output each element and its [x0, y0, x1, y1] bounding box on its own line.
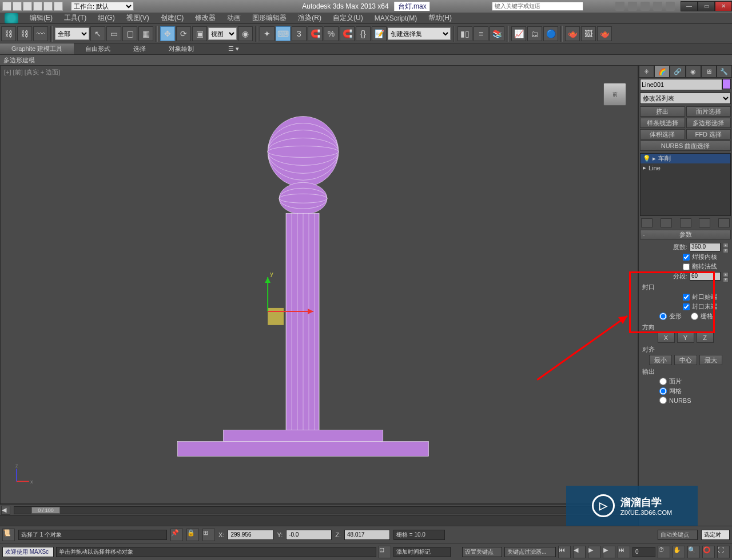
tab-paint[interactable]: 对象绘制 — [157, 43, 205, 54]
tab-create-icon[interactable]: ✳ — [639, 65, 654, 78]
menu-create[interactable]: 创建(C) — [155, 12, 190, 24]
select-icon[interactable]: ↖ — [90, 26, 105, 41]
snap-toggle-icon[interactable]: 3 — [292, 26, 307, 41]
tab-graphite[interactable]: Graphite 建模工具 — [0, 43, 74, 54]
percent-snap-icon[interactable]: % — [324, 26, 339, 41]
select-name-icon[interactable]: ▭ — [106, 26, 121, 41]
menu-render[interactable]: 渲染(R) — [292, 12, 327, 24]
menu-help[interactable]: 帮助(H) — [423, 12, 458, 24]
search-input[interactable]: 键入关键字或短语 — [492, 2, 583, 11]
select-rect-icon[interactable]: ▢ — [122, 26, 137, 41]
btn-spline-select[interactable]: 样条线选择 — [640, 118, 685, 128]
help-icon[interactable] — [666, 2, 675, 11]
tab-hierarchy-icon[interactable]: 🔗 — [670, 65, 685, 78]
nav-zoom-icon[interactable]: 🔍 — [687, 546, 700, 558]
rotate-icon[interactable]: ⟳ — [176, 26, 191, 41]
play-start-icon[interactable]: ⏮ — [558, 546, 571, 558]
keyfilter-button[interactable]: 关键点过滤器... — [504, 547, 556, 557]
morph-radio[interactable] — [659, 313, 667, 320]
menu-maxscript[interactable]: MAXScript(M) — [369, 13, 423, 23]
object-color-swatch[interactable] — [722, 79, 731, 89]
modifier-list-dropdown[interactable]: 修改器列表 — [640, 93, 731, 104]
open-icon[interactable] — [13, 2, 22, 11]
grid-radio[interactable] — [691, 313, 698, 320]
manipulate-icon[interactable]: ✦ — [260, 26, 274, 41]
render-icon[interactable]: 🫖 — [597, 26, 612, 41]
segments-spinner[interactable]: 60 — [690, 272, 721, 281]
menu-edit[interactable]: 编辑(E) — [24, 12, 58, 24]
segments-spin-arrows[interactable]: ▲▼ — [723, 272, 729, 281]
close-button[interactable]: ✕ — [715, 1, 732, 11]
render-frame-icon[interactable]: 🖼 — [581, 26, 596, 41]
undo-link-icon[interactable]: ⛓ — [1, 26, 16, 41]
workspace-dropdown[interactable]: 工作台: 默认 — [71, 2, 134, 11]
edit-named-sel-icon[interactable]: {} — [356, 26, 371, 41]
isolate-icon[interactable]: ⊡ — [379, 546, 391, 558]
flip-checkbox[interactable] — [683, 263, 690, 270]
menu-graph[interactable]: 图形编辑器 — [246, 12, 292, 24]
layer-icon[interactable]: 📚 — [490, 26, 504, 41]
new-icon[interactable] — [2, 2, 11, 11]
restore-button[interactable]: ▭ — [698, 1, 715, 11]
timeline-prev-icon[interactable]: ◀ — [1, 506, 10, 515]
btn-face-select[interactable]: 面片选择 — [686, 106, 731, 117]
curve-editor-icon[interactable]: 📈 — [511, 26, 526, 41]
redo-icon[interactable] — [43, 2, 53, 11]
lock-icon[interactable]: 📌 — [170, 529, 183, 541]
tab-display-icon[interactable]: 🖥 — [701, 65, 717, 78]
project-icon[interactable] — [54, 2, 63, 11]
ribbon-min-icon[interactable]: ☰ ▾ — [217, 44, 250, 54]
material-editor-icon[interactable]: 🔵 — [543, 26, 558, 41]
scale-icon[interactable]: ▣ — [192, 26, 207, 41]
named-selection-dropdown[interactable]: 创建选择集 — [388, 27, 451, 40]
play-next-icon[interactable]: ▶ — [603, 546, 615, 558]
poly-modeling-label[interactable]: 多边形建模 — [3, 56, 35, 65]
spinner-snap-icon[interactable]: 🧲 — [340, 26, 355, 41]
nav-orbit-icon[interactable]: ⭕ — [702, 546, 715, 558]
time-slider[interactable]: ◀ 0 / 100 ▶ — [0, 504, 638, 515]
object-name-input[interactable] — [640, 79, 722, 90]
named-sel-create-icon[interactable]: 📝 — [372, 26, 387, 41]
selection-filter-dropdown[interactable]: 全部 — [55, 27, 89, 40]
config-sets-icon[interactable] — [718, 218, 730, 227]
y-coord-input[interactable]: -0.0 — [286, 530, 332, 540]
btn-extrude[interactable]: 挤出 — [640, 106, 685, 117]
menu-customize[interactable]: 自定义(U) — [327, 12, 369, 24]
btn-ffd-select[interactable]: FFD 选择 — [686, 129, 731, 139]
axis-z-button[interactable]: Z — [697, 333, 714, 343]
time-tag-button[interactable]: 添加时间标记 — [393, 547, 451, 557]
bind-space-icon[interactable]: 〰 — [33, 26, 48, 41]
unlink-icon[interactable]: ⛓ — [17, 26, 32, 41]
script-listener-icon[interactable]: 📜 — [2, 529, 15, 541]
weld-checkbox[interactable] — [683, 254, 690, 261]
rollout-params-header[interactable]: 参数 — [640, 230, 731, 239]
modifier-stack[interactable]: 💡 ▸车削 ▸Line — [640, 153, 731, 216]
workspace-selector[interactable]: 工作台: 默认 — [71, 2, 134, 11]
undo-icon[interactable] — [33, 2, 42, 11]
infocenter-icon[interactable] — [615, 2, 624, 11]
stack-lathe[interactable]: 💡 ▸车削 — [640, 154, 730, 163]
ref-coord-dropdown[interactable]: 视图 — [208, 27, 237, 40]
time-config-icon[interactable]: ⏱ — [658, 546, 670, 558]
show-end-icon[interactable] — [661, 218, 672, 227]
move-icon[interactable]: ✥ — [160, 26, 175, 41]
minimize-button[interactable]: — — [681, 1, 698, 11]
sel-lock-icon[interactable]: 🔒 — [186, 529, 199, 541]
tab-modify-icon[interactable]: 🌈 — [654, 65, 670, 78]
output-patch-radio[interactable] — [659, 378, 667, 385]
viewport[interactable]: [+] [前] [真实 + 边面] 前 — [0, 65, 638, 504]
current-frame-input[interactable]: 0 — [632, 547, 655, 557]
pin-stack-icon[interactable] — [641, 218, 653, 227]
angle-snap-icon[interactable]: 🧲 — [308, 26, 323, 41]
pivot-icon[interactable]: ◉ — [238, 26, 253, 41]
window-cross-icon[interactable]: ▦ — [138, 26, 153, 41]
selected-key-dropdown[interactable]: 选定对 — [701, 530, 730, 540]
z-coord-input[interactable]: 48.017 — [344, 530, 390, 540]
btn-poly-select[interactable]: 多边形选择 — [686, 118, 731, 128]
play-end-icon[interactable]: ⏭ — [618, 546, 630, 558]
tab-selection[interactable]: 选择 — [122, 43, 157, 54]
mirror-icon[interactable]: ▮▯ — [458, 26, 472, 41]
x-coord-input[interactable]: 299.956 — [228, 530, 273, 540]
degrees-spin-arrows[interactable]: ▲▼ — [723, 243, 729, 251]
menu-tools[interactable]: 工具(T) — [58, 12, 92, 24]
